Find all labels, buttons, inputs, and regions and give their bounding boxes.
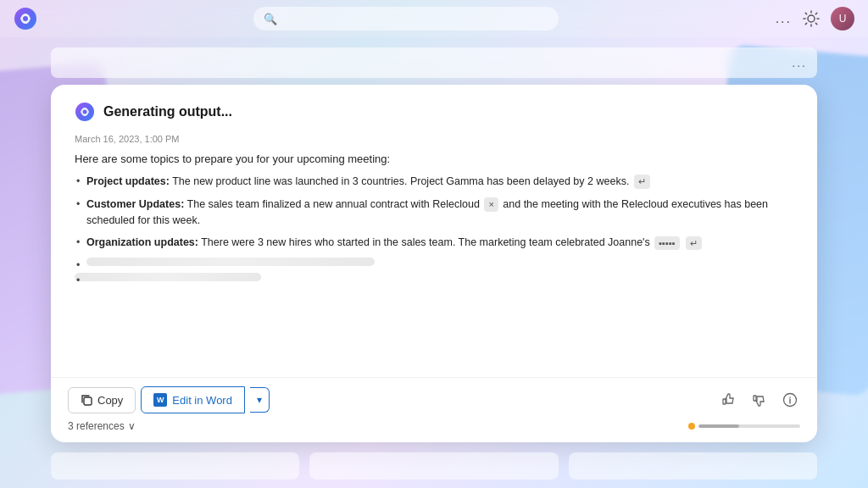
list-item: Organization updates: There were 3 new h…	[75, 235, 793, 251]
progress-bar	[698, 424, 800, 428]
secondary-search-bar[interactable]: ...	[51, 47, 817, 78]
svg-rect-6	[723, 399, 726, 404]
card-body: Generating output... March 16, 2023, 1:0…	[51, 85, 817, 377]
loading-line-1	[86, 258, 375, 266]
action-row: Copy W Edit in Word ▾	[68, 386, 800, 413]
search-icon: 🔍	[264, 13, 277, 25]
bullet-tag-3: ▪▪▪▪▪	[654, 236, 680, 251]
dropdown-arrow-icon: ▾	[257, 394, 262, 406]
thumbs-down-button[interactable]	[749, 390, 770, 410]
list-item: Customer Updates: The sales team finaliz…	[75, 197, 793, 229]
suggestion-row	[51, 452, 817, 480]
svg-point-4	[83, 110, 87, 114]
top-bar-more-icon[interactable]: ...	[776, 11, 792, 26]
thumbs-up-icon	[721, 392, 737, 408]
progress-indicator	[688, 423, 800, 430]
references-row: 3 references ∨	[68, 420, 800, 432]
bullet-text-1: The new product line was launched in 3 c…	[172, 175, 629, 187]
svg-point-2	[808, 15, 815, 22]
thumbs-up-button[interactable]	[719, 390, 739, 410]
list-item: Project updates: The new product line wa…	[75, 174, 793, 190]
copy-button[interactable]: Copy	[68, 387, 136, 413]
copilot-logo-icon	[14, 7, 37, 30]
progress-dot-active	[688, 423, 695, 430]
list-item-loading	[75, 258, 793, 266]
card-header: Generating output...	[75, 102, 793, 122]
bullet-tag-2: ×	[484, 197, 498, 212]
svg-rect-7	[754, 396, 756, 401]
edit-in-word-button[interactable]: W Edit in Word	[141, 386, 245, 413]
suggestion-button-3[interactable]	[569, 452, 817, 480]
bullet-label-1: Project updates:	[86, 175, 170, 187]
copy-icon	[81, 394, 92, 406]
card-intro: Here are some topics to prepare you for …	[75, 152, 793, 165]
bullet-text-2a: The sales team finalized a new annual co…	[187, 198, 480, 210]
bullet-list: Project updates: The new product line wa…	[75, 174, 793, 281]
user-avatar[interactable]: U	[831, 7, 854, 30]
suggestion-button-1[interactable]	[51, 452, 299, 480]
main-area: ... Generating out	[51, 37, 817, 480]
word-icon: W	[153, 393, 167, 407]
bullet-tag-1: ↵	[634, 175, 650, 189]
bullet-label-3: Organization updates:	[86, 236, 198, 248]
bullet-tag-3b: ↵	[686, 236, 702, 251]
bullet-label-2: Customer Updates:	[86, 198, 184, 210]
card-date: March 16, 2023, 1:00 PM	[75, 134, 793, 144]
suggestion-button-2[interactable]	[309, 452, 558, 480]
list-item-loading2	[75, 273, 793, 281]
thumbs-down-icon	[752, 392, 767, 408]
info-button[interactable]	[780, 390, 800, 410]
card-footer: Copy W Edit in Word ▾	[51, 377, 817, 442]
action-buttons-left: Copy W Edit in Word ▾	[68, 386, 270, 413]
progress-fill	[698, 424, 739, 428]
svg-rect-5	[84, 397, 92, 405]
copilot-icon	[75, 102, 95, 122]
references-chevron-icon: ∨	[128, 420, 136, 432]
references-link[interactable]: 3 references ∨	[68, 420, 136, 432]
svg-point-9	[789, 396, 791, 398]
svg-point-1	[23, 16, 28, 21]
settings-icon[interactable]	[802, 9, 821, 28]
references-text: 3 references	[68, 420, 125, 432]
edit-in-word-dropdown-button[interactable]: ▾	[250, 387, 270, 413]
action-buttons-right	[719, 390, 800, 410]
top-search-bar[interactable]: 🔍	[253, 7, 559, 30]
generating-title: Generating output...	[103, 104, 232, 119]
loading-line-2	[75, 273, 261, 281]
secondary-more-icon[interactable]: ...	[792, 56, 807, 69]
top-bar-right-controls: ... U	[776, 7, 854, 30]
bullet-text-3: There were 3 new hires who started in th…	[201, 236, 650, 248]
output-card: Generating output... March 16, 2023, 1:0…	[51, 85, 817, 442]
info-icon	[782, 392, 798, 408]
top-bar: 🔍 ... U	[0, 0, 868, 37]
